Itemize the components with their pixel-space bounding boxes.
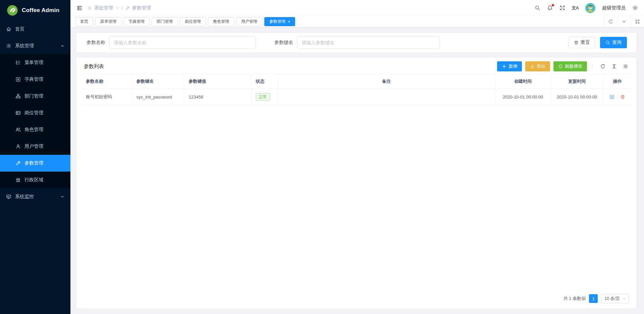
notification-dot (552, 4, 554, 6)
table-wrapper: 参数名称 参数键名 参数键值 状态 备注 创建时间 更新时间 操作 账号初始密码 (76, 74, 636, 105)
col-param-key: 参数键名 (131, 74, 184, 89)
param-name-input[interactable] (109, 37, 256, 49)
param-key-form-item: 参数键名 (274, 37, 440, 49)
search-form-card: 参数名称 参数键名 重置 查询 (76, 33, 636, 52)
settings-gear-icon[interactable] (632, 5, 638, 11)
refresh-cache-button[interactable]: 刷新缓存 (553, 61, 587, 71)
param-key-input[interactable] (297, 37, 440, 49)
close-icon[interactable]: × (288, 20, 290, 24)
export-button[interactable]: 导出 (525, 61, 550, 71)
add-button[interactable]: 新增 (497, 61, 522, 71)
language-icon[interactable]: 文A (572, 5, 579, 11)
monitor-icon (6, 194, 11, 199)
cell-actions (603, 89, 632, 105)
sidebar-item-home[interactable]: 首页 (0, 21, 70, 38)
param-table: 参数名称 参数键名 参数键值 状态 备注 创建时间 更新时间 操作 账号初始密码 (81, 74, 632, 105)
tab-role-mgmt[interactable]: 角色管理 (208, 17, 234, 26)
param-list-card: 参数列表 新增 导出 刷新缓存 (76, 58, 636, 308)
col-param-value: 参数键值 (184, 74, 251, 89)
sidebar-group-system[interactable]: 系统管理 (0, 38, 70, 54)
line-height-icon (611, 64, 617, 69)
plus-icon (502, 64, 506, 69)
cell-param-key: sys_init_password (131, 89, 184, 105)
tab-user-mgmt[interactable]: 用户管理 (236, 17, 262, 26)
sidebar-item-label: 部门管理 (24, 93, 43, 99)
app-logo[interactable]: Coffee Admin (0, 0, 70, 21)
line-height-button[interactable] (610, 62, 618, 70)
avatar-image (585, 3, 595, 13)
page-size-select[interactable]: 10 条/页 (601, 294, 629, 303)
sidebar: Coffee Admin 首页 系统管理 菜单管理 字典管理 部门管理 岗位管理… (0, 0, 70, 314)
sidebar-item-dept-mgmt[interactable]: 部门管理 (0, 88, 70, 105)
edit-icon[interactable] (609, 95, 614, 100)
breadcrumb-page: 参数管理 (132, 5, 151, 11)
refresh-tabs-button[interactable] (604, 16, 617, 27)
refresh-icon (600, 64, 605, 69)
pagination: 共 1 条数据 1 10 条/页 (76, 289, 636, 308)
bank-icon (15, 177, 21, 183)
tab-home[interactable]: 首页 (75, 17, 93, 26)
cell-created: 2020-10-01 00:00:00 (495, 89, 551, 105)
tab-post-mgmt[interactable]: 岗位管理 (180, 17, 206, 26)
sidebar-item-label: 字典管理 (24, 76, 43, 82)
param-key-label: 参数键名 (274, 40, 293, 46)
gear-icon (623, 64, 628, 69)
col-status: 状态 (251, 74, 278, 89)
sidebar-item-region[interactable]: 行政区域 (0, 172, 70, 188)
sidebar-collapse-icon[interactable] (76, 5, 83, 11)
maximize-view-button[interactable] (631, 16, 644, 27)
sidebar-item-menu-mgmt[interactable]: 菜单管理 (0, 54, 70, 71)
leaf-logo-icon (7, 5, 18, 16)
reset-button[interactable]: 重置 (569, 37, 595, 48)
table-header-row: 参数名称 参数键名 参数键值 状态 备注 创建时间 更新时间 操作 (81, 74, 632, 89)
column-settings-button[interactable] (622, 62, 630, 70)
username[interactable]: 超级管理员 (602, 5, 626, 11)
gear-icon (6, 43, 11, 49)
query-button[interactable]: 查询 (600, 37, 627, 48)
top-header: 系统管理 / 参数管理 文A 超级管理员 (70, 0, 644, 16)
chevron-down-icon (622, 19, 627, 24)
tab-param-mgmt[interactable]: 参数管理 × (264, 17, 295, 26)
tab-menu-mgmt[interactable]: 菜单管理 (95, 17, 121, 26)
sidebar-item-post-mgmt[interactable]: 岗位管理 (0, 105, 70, 121)
gear-icon (87, 6, 92, 10)
sidebar-item-dict-mgmt[interactable]: 字典管理 (0, 71, 70, 88)
refresh-table-button[interactable] (599, 62, 607, 70)
sidebar-item-label: 首页 (15, 26, 24, 32)
search-icon (605, 40, 610, 45)
divider (617, 95, 618, 99)
delete-icon[interactable] (620, 95, 625, 100)
tab-tools (604, 16, 644, 27)
chevron-down-icon (623, 297, 626, 301)
search-actions: 重置 查询 (569, 37, 627, 48)
header-toolbar: 文A 超级管理员 (535, 3, 638, 13)
cell-status: 正常 (251, 89, 278, 105)
tabs-menu-button[interactable] (617, 16, 631, 27)
id-badge-icon (15, 110, 21, 116)
people-icon (15, 127, 21, 132)
notifications-button[interactable] (547, 5, 553, 11)
tab-dept-mgmt[interactable]: 部门管理 (152, 17, 178, 26)
sidebar-item-param-mgmt[interactable]: 参数管理 (0, 155, 70, 172)
col-param-name: 参数名称 (81, 74, 131, 89)
table-row[interactable]: 账号初始密码 sys_init_password 123456 正常 2020-… (81, 89, 632, 105)
param-name-label: 参数名称 (87, 40, 105, 46)
sidebar-item-label: 行政区域 (24, 177, 43, 183)
tab-dict-mgmt[interactable]: 字典管理 (123, 17, 150, 26)
pagination-total: 共 1 条数据 (564, 296, 586, 302)
col-actions: 操作 (603, 74, 632, 89)
sidebar-item-role-mgmt[interactable]: 角色管理 (0, 121, 70, 138)
sidebar-item-label: 角色管理 (24, 127, 43, 133)
sidebar-item-user-mgmt[interactable]: 用户管理 (0, 138, 70, 155)
cell-remark (278, 89, 495, 105)
sidebar-group-monitor[interactable]: 系统监控 (0, 188, 70, 205)
breadcrumb-group[interactable]: 系统管理 (94, 5, 113, 11)
sidebar-group-label: 系统监控 (15, 194, 34, 200)
page-button-1[interactable]: 1 (589, 294, 598, 303)
col-remark: 备注 (278, 74, 495, 89)
fullscreen-icon[interactable] (559, 5, 565, 11)
status-badge: 正常 (256, 93, 270, 101)
cell-param-name: 账号初始密码 (81, 89, 131, 105)
search-icon[interactable] (535, 5, 540, 11)
avatar[interactable] (585, 3, 595, 13)
